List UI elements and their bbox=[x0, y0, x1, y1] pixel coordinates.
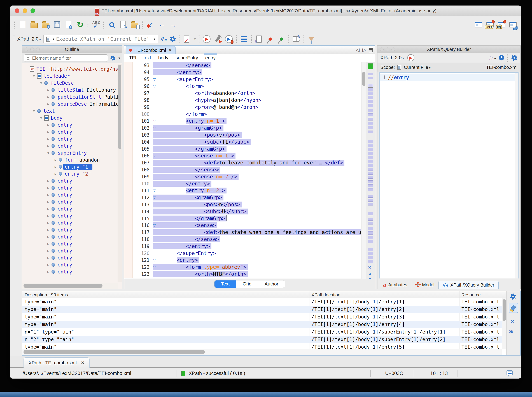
expand-arrow-icon[interactable]: ▶ bbox=[45, 221, 51, 225]
outline-item-entry[interactable]: ▶entry bbox=[22, 247, 118, 254]
outline-item-entry[interactable]: ▶entry"2" bbox=[22, 170, 118, 177]
remove-all-results-button[interactable]: ×× bbox=[509, 328, 511, 335]
next-tab-button[interactable]: ▷ bbox=[362, 47, 366, 53]
code-line-112[interactable]: 112▽ <gramGrp> bbox=[124, 194, 363, 201]
column-description[interactable]: Description - 90 items bbox=[25, 292, 68, 298]
code-line-94[interactable]: 94 </entry> bbox=[124, 69, 363, 76]
code-line-101[interactable]: 101▽ <entry n="1"> bbox=[124, 118, 363, 125]
outline-panel-header[interactable]: Outline bbox=[22, 46, 122, 53]
code-line-95[interactable]: 95▽ <superEntry> bbox=[124, 76, 363, 83]
outline-item-body[interactable]: ▼body bbox=[22, 114, 118, 121]
column-xpath-location[interactable]: XPath location bbox=[311, 292, 340, 298]
result-row[interactable]: n="1" type="main"/TEI[1]/text[1]/body[1]… bbox=[22, 328, 502, 336]
outline-item-superEntry[interactable]: ▼superEntry bbox=[22, 149, 118, 156]
expand-arrow-icon[interactable]: ▶ bbox=[45, 193, 51, 197]
collapse-arrow-icon[interactable]: ▼ bbox=[45, 151, 51, 155]
fold-toggle-icon[interactable]: ▽ bbox=[153, 223, 156, 227]
expand-arrow-icon[interactable]: ▶ bbox=[52, 165, 59, 169]
outline-item-entry[interactable]: ▶entry bbox=[22, 128, 118, 135]
code-line-100[interactable]: 100 </form> bbox=[124, 111, 363, 118]
occurrence-marker[interactable] bbox=[368, 118, 373, 120]
result-row[interactable]: type="main"/TEI[1]/text[1]/body[1]/entry… bbox=[22, 321, 502, 328]
occurrence-marker[interactable] bbox=[368, 236, 373, 239]
occurrence-marker[interactable] bbox=[368, 126, 373, 129]
occurrence-marker[interactable] bbox=[368, 92, 373, 95]
new-document-button[interactable] bbox=[18, 20, 27, 29]
code-line-105[interactable]: 105 </gramGrp> bbox=[124, 146, 363, 153]
fold-toggle-icon[interactable]: ▽ bbox=[153, 77, 156, 81]
fold-toggle-icon[interactable]: ▽ bbox=[153, 154, 156, 158]
expand-arrow-icon[interactable]: ▶ bbox=[45, 95, 51, 99]
execute-xpath-combo[interactable]: ▾ Execute XPath on 'Current File' ▾ bbox=[44, 35, 158, 43]
code-line-93[interactable]: 93 </sense> bbox=[124, 62, 363, 69]
expand-arrow-icon[interactable]: ▶ bbox=[45, 102, 51, 106]
element-name-filter-input[interactable] bbox=[24, 54, 108, 62]
outline-item-titleStmt[interactable]: ▶titleStmtDictionary sa bbox=[22, 87, 118, 93]
fold-toggle-icon[interactable]: ▽ bbox=[153, 196, 156, 199]
occurrence-marker[interactable] bbox=[368, 240, 373, 243]
occurrence-marker[interactable] bbox=[368, 144, 373, 147]
notifications-icon[interactable] bbox=[507, 370, 513, 375]
expand-arrow-icon[interactable]: ▶ bbox=[45, 249, 51, 253]
breadcrumb-item-TEI[interactable]: TEI bbox=[129, 55, 136, 61]
expand-arrow-icon[interactable]: ▶ bbox=[52, 172, 59, 176]
occurrence-marker[interactable] bbox=[368, 203, 373, 205]
code-line-123[interactable]: 123 <orth>MTBF</orth> bbox=[124, 271, 363, 278]
outline-item-TEI[interactable]: TEI"http://www.tei-c.org/ns/1. bbox=[22, 65, 118, 72]
occurrence-marker[interactable] bbox=[368, 252, 373, 255]
breadcrumb-item-body[interactable]: body bbox=[158, 55, 168, 61]
occurrence-marker[interactable] bbox=[368, 122, 373, 125]
outline-item-fileDesc[interactable]: ▼fileDesc bbox=[22, 80, 118, 87]
outline-item-entry[interactable]: ▶entry bbox=[22, 233, 118, 240]
occurrence-marker[interactable] bbox=[368, 140, 373, 143]
outline-item-entry[interactable]: ▶entry bbox=[22, 121, 118, 128]
occurrence-marker[interactable] bbox=[368, 160, 373, 163]
expand-arrow-icon[interactable]: ▶ bbox=[45, 263, 51, 267]
xpath-expression-editor[interactable]: 1 //entry bbox=[379, 72, 519, 279]
close-tab-button[interactable]: ✕ bbox=[169, 48, 172, 53]
builder-version-select[interactable]: XPath 2.0▾ bbox=[380, 55, 404, 61]
code-line-102[interactable]: 102▽ <gramGrp> bbox=[124, 125, 363, 132]
occurrence-marker[interactable] bbox=[368, 113, 373, 116]
configure-transformation-button[interactable]: ▶ bbox=[213, 35, 222, 43]
expand-arrow-icon[interactable]: ▶ bbox=[52, 158, 59, 162]
outline-vertical-scrollbar[interactable] bbox=[118, 64, 122, 282]
code-line-116[interactable]: 116▽ <sense> bbox=[124, 222, 363, 229]
occurrence-marker[interactable] bbox=[368, 84, 373, 87]
fold-toggle-icon[interactable]: ▽ bbox=[153, 265, 156, 269]
outline-horizontal-scrollbar[interactable] bbox=[22, 283, 118, 289]
result-row[interactable]: type="main"/TEI[1]/text[1]/body[1]/entry… bbox=[22, 343, 502, 349]
expand-arrow-icon[interactable]: ▶ bbox=[45, 200, 51, 204]
edit-modules-button[interactable] bbox=[292, 35, 301, 43]
find-resource-button[interactable] bbox=[130, 20, 139, 29]
apply-transformation-button[interactable]: ▶ bbox=[202, 35, 211, 43]
code-line-120[interactable]: 120 </superEntry> bbox=[124, 250, 363, 257]
occurrence-marker[interactable] bbox=[368, 212, 373, 215]
code-line-98[interactable]: 98 <hyph>a|ban|don</hyph> bbox=[124, 97, 363, 104]
occurrence-marker[interactable] bbox=[368, 256, 373, 259]
occurrence-marker[interactable] bbox=[368, 152, 373, 155]
occurrence-marker[interactable] bbox=[368, 104, 373, 107]
code-line-97[interactable]: 97 <orth>abandon</orth> bbox=[124, 90, 363, 97]
open-url-button[interactable] bbox=[41, 20, 50, 29]
outline-item-entry[interactable]: ▶entry bbox=[22, 191, 118, 198]
outline-item-publicationStmt[interactable]: ▶publicationStmtPublica bbox=[22, 93, 118, 100]
expand-arrow-icon[interactable]: ▶ bbox=[45, 235, 51, 239]
reset-layout-button[interactable] bbox=[474, 20, 483, 29]
outline-item-text[interactable]: ▼text bbox=[22, 107, 118, 114]
tab-attributes[interactable]: aAttributes bbox=[379, 281, 411, 289]
forward-button[interactable]: → bbox=[169, 20, 178, 29]
execute-xpath-button[interactable]: ▶ bbox=[407, 54, 414, 61]
expand-arrow-icon[interactable]: ▶ bbox=[45, 228, 51, 232]
expression-scrollbar[interactable] bbox=[515, 73, 518, 279]
outline-item-entry[interactable]: ▶entry bbox=[22, 184, 118, 191]
fold-toggle-icon[interactable]: ▽ bbox=[153, 258, 156, 262]
result-row[interactable]: n="2" type="main"/TEI[1]/text[1]/body[1]… bbox=[22, 336, 502, 343]
minimize-button[interactable] bbox=[23, 8, 27, 13]
outline-item-entry[interactable]: ▶entry bbox=[22, 135, 118, 142]
occurrence-marker[interactable] bbox=[368, 188, 373, 191]
expand-arrow-icon[interactable]: ▶ bbox=[45, 256, 51, 260]
outline-item-entry[interactable]: ▶entry bbox=[22, 268, 118, 275]
code-line-107[interactable]: 107 <def>to leave completely and for eve… bbox=[124, 159, 363, 166]
occurrence-marker[interactable] bbox=[368, 96, 373, 99]
